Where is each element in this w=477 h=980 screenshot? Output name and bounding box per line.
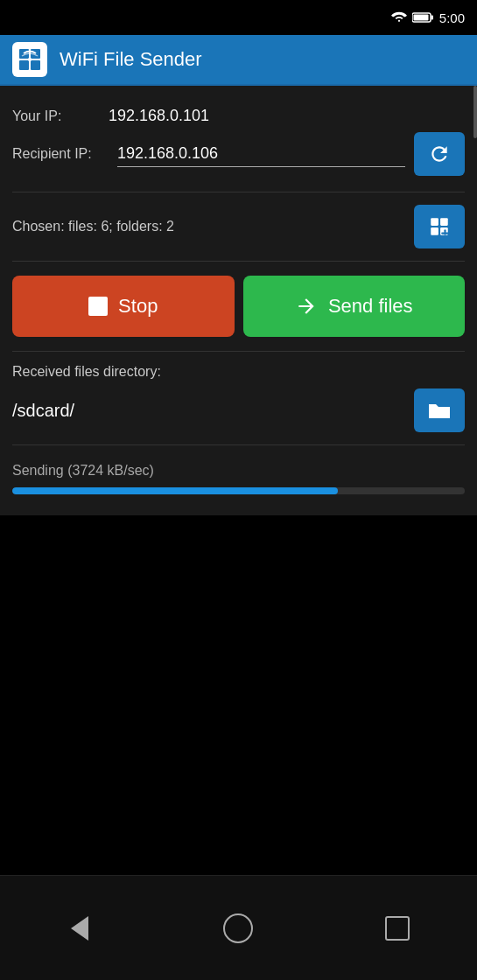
progress-bar-container — [12, 487, 465, 494]
directory-row: /sdcard/ — [12, 388, 465, 432]
svg-rect-6 — [31, 60, 40, 70]
stop-icon — [88, 297, 108, 316]
directory-label: Received files directory: — [12, 364, 465, 380]
progress-section: Sending (3724 kB/sec) — [12, 445, 465, 503]
svg-rect-1 — [431, 16, 433, 20]
directory-section: Received files directory: /sdcard/ — [12, 352, 465, 445]
app-icon — [12, 42, 47, 77]
action-buttons: Stop Send files — [12, 262, 465, 352]
nav-recent-button[interactable] — [375, 906, 419, 950]
recent-icon — [385, 916, 410, 941]
svg-rect-5 — [19, 60, 29, 70]
progress-label: Sending (3724 kB/sec) — [12, 463, 465, 479]
status-bar: 5:00 — [0, 0, 477, 35]
add-files-icon — [428, 215, 451, 238]
svg-point-7 — [28, 58, 32, 61]
main-content: Your IP: 192.168.0.101 Recipient IP: Cho… — [0, 86, 477, 515]
svg-rect-9 — [440, 218, 448, 226]
wifi-icon — [391, 11, 407, 24]
scrollbar[interactable] — [473, 86, 477, 611]
add-files-button[interactable] — [414, 205, 465, 248]
scrollbar-thumb — [473, 86, 477, 138]
battery-icon — [412, 12, 434, 23]
progress-bar-fill — [12, 487, 338, 494]
app-logo-icon — [18, 47, 42, 72]
svg-rect-13 — [441, 233, 449, 234]
directory-path: /sdcard/ — [12, 401, 74, 421]
back-icon — [71, 916, 88, 941]
refresh-button[interactable] — [414, 132, 465, 176]
nav-home-button[interactable] — [216, 906, 260, 950]
svg-rect-2 — [413, 15, 428, 21]
send-files-button[interactable]: Send files — [243, 276, 466, 337]
send-label: Send files — [328, 295, 413, 318]
nav-bar — [0, 875, 477, 980]
stop-label: Stop — [118, 295, 158, 318]
time-display: 5:00 — [439, 10, 465, 25]
app-title: WiFi File Sender — [60, 48, 202, 71]
status-icons: 5:00 — [391, 10, 465, 25]
ip-section: Your IP: 192.168.0.101 Recipient IP: — [12, 98, 465, 192]
recipient-ip-row: Recipient IP: — [12, 132, 465, 176]
home-icon — [223, 914, 253, 943]
svg-rect-10 — [431, 228, 438, 235]
send-icon — [295, 295, 318, 318]
your-ip-label: Your IP: — [12, 108, 109, 124]
your-ip-row: Your IP: 192.168.0.101 — [12, 107, 465, 125]
your-ip-value: 192.168.0.101 — [109, 107, 209, 125]
folder-icon — [427, 400, 452, 421]
app-header: WiFi File Sender — [0, 35, 477, 86]
folder-button[interactable] — [414, 388, 465, 432]
recipient-ip-label: Recipient IP: — [12, 146, 109, 162]
svg-rect-8 — [431, 218, 438, 226]
nav-back-button[interactable] — [58, 906, 102, 950]
chosen-files-label: Chosen: files: 6; folders: 2 — [12, 219, 174, 234]
stop-button[interactable]: Stop — [12, 276, 235, 337]
files-section: Chosen: files: 6; folders: 2 — [12, 192, 465, 262]
recipient-ip-input[interactable] — [117, 141, 405, 167]
refresh-icon — [428, 143, 451, 165]
